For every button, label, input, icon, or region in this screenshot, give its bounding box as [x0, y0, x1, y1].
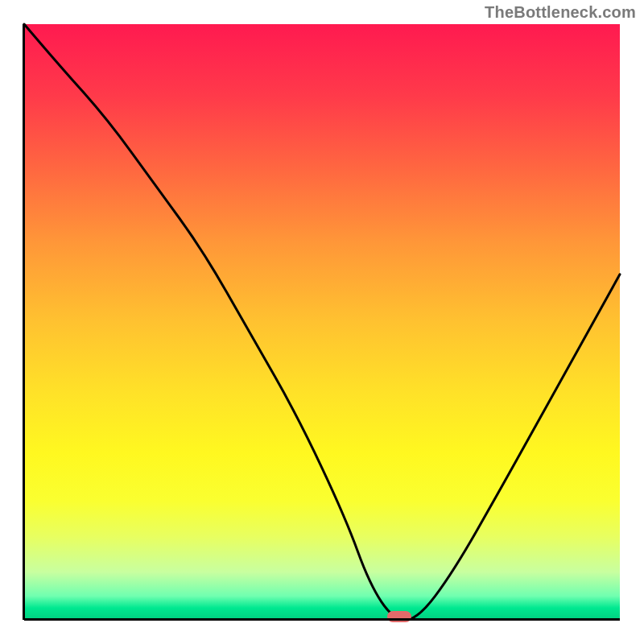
x-axis: [24, 618, 620, 621]
watermark-text: TheBottleneck.com: [485, 3, 636, 22]
chart-container: TheBottleneck.com: [0, 0, 644, 644]
y-axis: [23, 24, 25, 620]
bottleneck-curve: [24, 24, 620, 620]
curve-layer: [24, 24, 620, 620]
